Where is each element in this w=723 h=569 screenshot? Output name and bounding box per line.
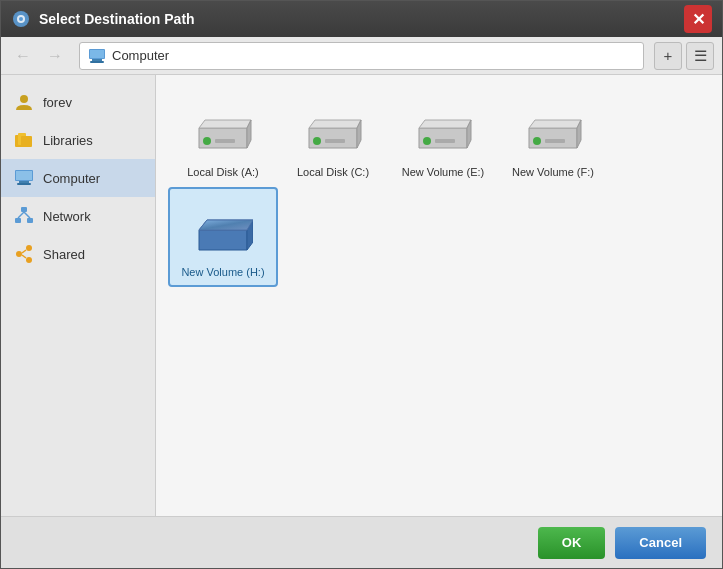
sidebar-item-libraries[interactable]: Libraries	[1, 121, 155, 159]
sidebar-label-forev: forev	[43, 95, 72, 110]
cancel-button[interactable]: Cancel	[615, 527, 706, 559]
close-button[interactable]: ✕	[684, 5, 712, 33]
sidebar-item-computer[interactable]: Computer	[1, 159, 155, 197]
dialog-icon	[11, 9, 31, 29]
svg-rect-44	[545, 139, 565, 143]
svg-rect-6	[90, 50, 104, 58]
svg-rect-17	[27, 218, 33, 223]
svg-rect-16	[15, 218, 21, 223]
toolbar: ← → Computer + ☰	[1, 37, 722, 75]
sidebar-item-shared[interactable]: Shared	[1, 235, 155, 273]
disk-f-icon	[523, 111, 583, 161]
disk-h-label: New Volume (H:)	[181, 265, 264, 279]
forev-icon	[13, 91, 35, 113]
file-area: Local Disk (A:) Local Disk (C:)	[156, 75, 722, 516]
disk-a-label: Local Disk (A:)	[187, 165, 259, 179]
svg-point-7	[20, 95, 28, 103]
address-bar: Computer	[79, 42, 644, 70]
svg-marker-41	[529, 120, 581, 128]
svg-line-18	[18, 212, 24, 218]
svg-rect-34	[325, 139, 345, 143]
svg-rect-12	[16, 171, 32, 180]
main-content: forev Libraries	[1, 75, 722, 516]
svg-marker-36	[419, 120, 471, 128]
file-item-disk-h[interactable]: New Volume (H:)	[168, 187, 278, 287]
libraries-icon	[13, 129, 35, 151]
svg-point-33	[313, 137, 321, 145]
disk-a-icon	[193, 111, 253, 161]
svg-rect-29	[215, 139, 235, 143]
svg-line-24	[22, 255, 26, 258]
ok-button[interactable]: OK	[538, 527, 606, 559]
svg-rect-5	[90, 61, 104, 63]
computer-icon	[13, 167, 35, 189]
sidebar-label-libraries: Libraries	[43, 133, 93, 148]
disk-h-icon	[193, 211, 253, 261]
svg-rect-10	[21, 136, 32, 147]
sidebar-label-shared: Shared	[43, 247, 85, 262]
file-item-disk-a[interactable]: Local Disk (A:)	[168, 87, 278, 187]
sidebar: forev Libraries	[1, 75, 156, 516]
view-toggle-button[interactable]: ☰	[686, 42, 714, 70]
sidebar-label-computer: Computer	[43, 171, 100, 186]
svg-point-28	[203, 137, 211, 145]
svg-point-21	[16, 251, 22, 257]
shared-icon	[13, 243, 35, 265]
svg-marker-48	[199, 220, 253, 230]
back-button[interactable]: ←	[9, 42, 37, 70]
forward-button[interactable]: →	[41, 42, 69, 70]
svg-point-2	[19, 17, 23, 21]
svg-rect-13	[19, 181, 29, 183]
svg-marker-31	[309, 120, 361, 128]
dialog-title: Select Destination Path	[39, 11, 684, 27]
svg-line-19	[24, 212, 30, 218]
disk-e-label: New Volume (E:)	[402, 165, 485, 179]
svg-point-38	[423, 137, 431, 145]
svg-rect-14	[17, 183, 31, 185]
disk-c-icon	[303, 111, 363, 161]
sidebar-item-forev[interactable]: forev	[1, 83, 155, 121]
svg-point-22	[26, 257, 32, 263]
disk-e-icon	[413, 111, 473, 161]
svg-rect-39	[435, 139, 455, 143]
svg-marker-45	[199, 230, 247, 250]
svg-marker-26	[199, 120, 251, 128]
footer: OK Cancel	[1, 516, 722, 568]
disk-c-label: Local Disk (C:)	[297, 165, 369, 179]
file-item-disk-c[interactable]: Local Disk (C:)	[278, 87, 388, 187]
network-icon	[13, 205, 35, 227]
disk-f-label: New Volume (F:)	[512, 165, 594, 179]
address-computer-icon	[88, 49, 106, 63]
title-bar: Select Destination Path ✕	[1, 1, 722, 37]
svg-point-20	[26, 245, 32, 251]
sidebar-label-network: Network	[43, 209, 91, 224]
add-folder-button[interactable]: +	[654, 42, 682, 70]
svg-rect-15	[21, 207, 27, 212]
sidebar-item-network[interactable]: Network	[1, 197, 155, 235]
svg-point-43	[533, 137, 541, 145]
file-item-disk-e[interactable]: New Volume (E:)	[388, 87, 498, 187]
select-destination-dialog: Select Destination Path ✕ ← → Computer +	[0, 0, 723, 569]
file-item-disk-f[interactable]: New Volume (F:)	[498, 87, 608, 187]
address-text: Computer	[112, 48, 169, 63]
svg-line-23	[22, 250, 26, 253]
